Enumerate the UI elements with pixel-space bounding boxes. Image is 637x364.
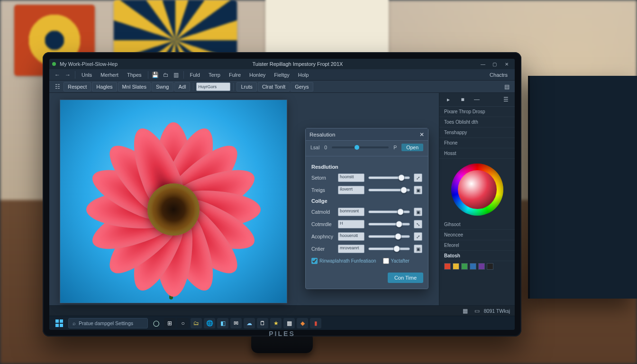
- menu-item[interactable]: Fuld: [186, 71, 204, 79]
- panel-close-icon[interactable]: ✕: [419, 131, 424, 138]
- taskbar-search[interactable]: ⌕ Pratue dampgel Settings: [68, 318, 148, 328]
- taskbar-pin[interactable]: ▮: [310, 318, 321, 328]
- status-icon[interactable]: ▭: [472, 306, 482, 316]
- menu-item[interactable]: Fieltgy: [270, 71, 293, 79]
- panel-top-slider[interactable]: [332, 146, 389, 148]
- save-icon[interactable]: 💾: [150, 70, 161, 80]
- color-swatch[interactable]: [453, 263, 459, 270]
- minimize-button[interactable]: —: [478, 60, 488, 68]
- slider-track[interactable]: [368, 247, 410, 250]
- color-swatch[interactable]: [444, 263, 451, 270]
- panel-titlebar[interactable]: Resalution ✕: [306, 128, 428, 141]
- forward-button[interactable]: →: [63, 70, 73, 80]
- slider-value-box[interactable]: mroveanrt: [338, 245, 364, 253]
- chart-icon[interactable]: ▥: [171, 70, 182, 80]
- maximize-button[interactable]: ▢: [490, 60, 500, 68]
- dock-row[interactable]: Hosst: [439, 148, 515, 159]
- menu-item[interactable]: Adl: [174, 82, 191, 91]
- dock-row[interactable]: Toes Oblisht dth: [439, 117, 515, 127]
- menu-item[interactable]: Merhert: [96, 71, 123, 79]
- menu-item[interactable]: Thpes: [123, 71, 146, 79]
- slider-track[interactable]: [368, 210, 410, 213]
- panel-body: Resdlution Setorn hoonstt ⤢ Treigs ilove…: [306, 156, 428, 269]
- status-icon[interactable]: ▦: [460, 306, 471, 316]
- secondary-monitor: [528, 76, 637, 299]
- taskbar-pin[interactable]: 🗂: [191, 318, 202, 328]
- taskbar-pin[interactable]: ⊞: [164, 318, 175, 328]
- start-button[interactable]: [53, 318, 65, 328]
- dock-row[interactable]: Tenshappy: [439, 127, 515, 138]
- color-swatch[interactable]: [478, 263, 485, 270]
- folder-icon[interactable]: 🗀: [161, 70, 171, 80]
- canvas[interactable]: document.write(Array.from({length:16},(_…: [60, 100, 287, 303]
- monitor-brand: PILES: [43, 330, 521, 337]
- taskbar-pin[interactable]: 🗒: [257, 318, 268, 328]
- taskbar-pin[interactable]: ▦: [283, 318, 295, 328]
- slider-link-icon[interactable]: ⤡: [414, 220, 422, 228]
- slider-link-icon[interactable]: ▣: [414, 208, 422, 216]
- menu-item[interactable]: Honley: [245, 71, 270, 79]
- task-view-icon[interactable]: ◯: [151, 318, 161, 328]
- menu-item[interactable]: Fulre: [225, 71, 245, 79]
- dock-row[interactable]: Efeorel: [439, 240, 515, 251]
- panel-toggle-icon[interactable]: ▤: [501, 82, 512, 91]
- slider-label: Catmold: [311, 209, 334, 215]
- color-wheel[interactable]: [451, 164, 503, 216]
- panel-top-value: 0: [324, 145, 327, 150]
- slider-value-box[interactable]: hoonstt: [338, 173, 364, 182]
- slider-label: Cntier: [311, 246, 334, 252]
- slider-link-icon[interactable]: ▣: [414, 186, 422, 194]
- menu-item[interactable]: Clrat Tonlt: [258, 82, 290, 91]
- dock-menu-icon[interactable]: ☰: [500, 95, 511, 104]
- dock-row[interactable]: Gihsoot: [439, 219, 515, 230]
- menu-item[interactable]: Respect: [64, 82, 91, 91]
- taskbar-pin[interactable]: ○: [177, 318, 189, 328]
- menu-item[interactable]: Swng: [152, 82, 173, 91]
- menu-item[interactable]: Holp: [294, 71, 313, 79]
- taskbar-pin[interactable]: ☁: [244, 318, 255, 328]
- dock-tab-icon[interactable]: ▸: [443, 95, 454, 104]
- slider-link-icon[interactable]: ⤢: [414, 173, 422, 182]
- panel-confirm-button[interactable]: Con Time: [388, 273, 423, 283]
- color-swatch[interactable]: [487, 263, 493, 270]
- panel-open-button[interactable]: Open: [401, 144, 423, 151]
- menu-item[interactable]: Hagles: [92, 82, 117, 91]
- menu-item[interactable]: Lruts: [237, 82, 256, 91]
- menu-item[interactable]: Terrp: [204, 71, 225, 79]
- slider-value-box[interactable]: H: [338, 220, 364, 228]
- menu-item[interactable]: Unls: [77, 71, 96, 79]
- slider-track[interactable]: [368, 223, 410, 226]
- dock-row[interactable]: Fhone: [439, 138, 515, 148]
- panel-check-2[interactable]: Yactafter: [383, 258, 410, 264]
- color-swatch[interactable]: [461, 263, 468, 270]
- dock-section-title: Batosh: [439, 251, 515, 261]
- slider-value-box[interactable]: bonnrosnt: [338, 208, 364, 216]
- slider-track[interactable]: [368, 189, 410, 191]
- close-button[interactable]: ✕: [501, 60, 512, 68]
- color-swatch[interactable]: [470, 263, 476, 270]
- taskbar-pin[interactable]: ◧: [217, 318, 228, 328]
- taskbar-pin[interactable]: 🌐: [204, 318, 215, 328]
- menu-right[interactable]: Chactrs: [485, 71, 512, 79]
- slider-track[interactable]: [368, 176, 410, 179]
- taskbar-pin[interactable]: ★: [270, 318, 282, 328]
- slider-track[interactable]: [368, 235, 410, 238]
- panel-check-1[interactable]: Rinwaplahrath Funfeatiaon: [311, 258, 376, 264]
- green-dot-icon: [52, 62, 56, 66]
- slider-value-box[interactable]: iloverrt: [338, 186, 364, 194]
- dock-row[interactable]: Neoncee: [439, 230, 515, 240]
- toolbar-field[interactable]: [196, 82, 230, 91]
- menu-item[interactable]: Gerys: [291, 82, 313, 91]
- dock-tab-icon[interactable]: —: [472, 95, 482, 104]
- taskbar-pins: ⊞○🗂🌐◧✉☁🗒★▦◆▮: [164, 318, 321, 328]
- menu-item[interactable]: Mnl Slates: [118, 82, 151, 91]
- slider-value-box[interactable]: hoouerott: [338, 232, 364, 241]
- taskbar-pin[interactable]: ◆: [297, 318, 308, 328]
- slider-link-icon[interactable]: ▣: [414, 245, 422, 253]
- toolbar-icon[interactable]: ☷: [52, 82, 63, 91]
- dock-tab-icon[interactable]: ■: [457, 95, 468, 104]
- dock-row[interactable]: Pixare Throp Drosp: [439, 107, 515, 117]
- back-button[interactable]: ←: [52, 70, 63, 80]
- taskbar-pin[interactable]: ✉: [230, 318, 242, 328]
- slider-link-icon[interactable]: ⤢: [414, 232, 422, 241]
